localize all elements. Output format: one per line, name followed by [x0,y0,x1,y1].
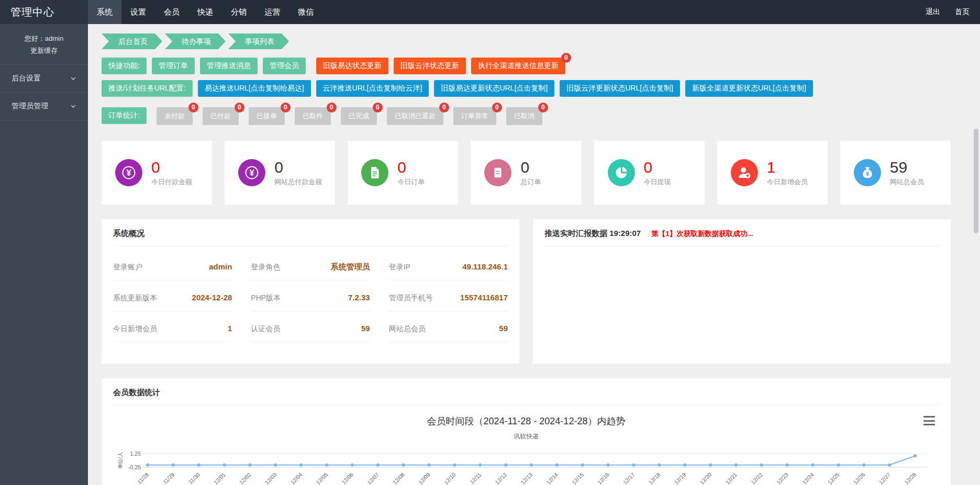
quick-action-button[interactable]: 管理会员 [263,58,306,74]
scrollbar-thumb[interactable] [974,129,978,233]
push-report-panel: 推送实时汇报数据 19:29:07 第【1】次获取新数据获取成功... [533,219,951,364]
overview-field: 认证会员 59 [251,311,370,342]
svg-text:12/23: 12/23 [775,471,789,485]
stat-card: ¥ 0 今日付款金额 [102,141,212,205]
system-overview-panel: 系统概况 登录账户 admin 登录角色 系统管理员 [102,219,519,364]
nav-item[interactable]: 系统 [88,0,121,24]
stat-card: ¥ 59 网站总会员 [840,141,951,205]
document-icon [361,159,388,186]
stat-cards: ¥ 0 今日付款金额 ¥ 0 网站总付款金额 [102,141,951,205]
status-update-label: 旧版云洋状态更新 [400,61,459,70]
svg-text:12/02: 12/02 [238,471,252,485]
order-status-label: 已付款 [210,112,231,120]
order-status-badge[interactable]: 未付款0 [157,107,193,125]
order-status-badge[interactable]: 已付款0 [203,107,239,125]
add-user-icon [731,159,758,186]
url-copy-button[interactable]: 易达推送URL[点击复制给易达] [198,80,311,97]
chart-subtitle: 讯软快递 [113,432,939,441]
order-status-badges: 未付款0已付款0已接单0已取件0已完成0已取消已退款0订单异常0已取消0 [157,107,542,125]
nav-item[interactable]: 会员 [155,0,188,24]
breadcrumb-item[interactable]: 后台首页 [102,33,162,49]
order-list-icon [484,159,511,186]
order-count-badge: 0 [327,103,337,112]
url-copy-button[interactable]: 云洋推送URL[点击复制给云洋] [316,80,429,97]
svg-text:12/14: 12/14 [545,471,559,485]
nav-item[interactable]: 运营 [255,0,289,24]
overview-field: 登录IP 49.118.246.1 [389,250,508,280]
order-status-label: 已取消已退款 [395,112,436,120]
sidebar: 您好：admin 更新缓存 后台设置 管理员管理 [0,24,88,485]
nav-item[interactable]: 快递 [188,0,222,24]
push-url-label: 推送/计划任务URL配置: [102,80,193,97]
order-count-badge: 0 [373,103,383,112]
url-copy-button[interactable]: 新版全渠道更新状态URL[点击复制] [685,80,813,97]
breadcrumb-item[interactable]: 待办事项 [165,33,226,49]
url-copy-button[interactable]: 旧版易达更新状态URL[点击复制] [434,80,554,97]
system-overview-grid: 登录账户 admin 登录角色 系统管理员 登录IP 49.118.246.1 [113,250,508,342]
top-navbar: 管理中心 系统设置会员快递分销运营微信 退出 首页 [0,0,980,24]
svg-text:¥: ¥ [866,171,870,177]
nav-item[interactable]: 分销 [222,0,255,24]
member-stats-title: 会员数据统计 [113,388,160,397]
overview-field-label: 登录角色 [251,263,280,272]
svg-text:12/13: 12/13 [519,471,533,485]
stat-card-body: 0 今日订单 [397,159,425,187]
sidebar-menu-item[interactable]: 管理员管理 [0,92,88,120]
svg-text:12/10: 12/10 [443,471,457,485]
money-bag-icon: ¥ [854,159,881,186]
yen-coin-icon: ¥ [115,159,142,186]
chart-menu-icon[interactable] [923,416,935,425]
order-status-badge[interactable]: 已接单0 [249,107,285,125]
svg-text:1.25: 1.25 [130,450,141,457]
svg-text:12/11: 12/11 [469,471,483,485]
quick-action-button[interactable]: 管理订单 [152,58,195,74]
svg-text:12/01: 12/01 [213,471,227,485]
svg-text:12/04: 12/04 [289,471,303,485]
status-update-button[interactable]: 执行全渠道推送信息更新0 [471,58,565,74]
quick-action-button[interactable]: 管理推送消息 [200,58,258,74]
order-status-badge[interactable]: 已取消已退款0 [387,107,443,125]
stat-card-body: 0 今日提现 [644,159,671,187]
status-update-button[interactable]: 旧版易达状态更新 [316,58,388,74]
main-content: 后台首页待办事项事项列表 快捷功能: 管理订单管理推送消息管理会员 旧版易达状态… [88,24,980,485]
stat-card-value: 0 [520,159,541,176]
svg-text:¥: ¥ [250,168,254,177]
refresh-cache-link[interactable]: 更新缓存 [0,44,88,57]
quick-actions-row: 快捷功能: 管理订单管理推送消息管理会员 旧版易达状态更新旧版云洋状态更新执行全… [102,58,951,74]
stat-card: ¥ 0 网站总付款金额 [225,141,335,205]
order-status-badge[interactable]: 已取消0 [506,107,542,125]
sidebar-menu-label: 管理员管理 [12,101,48,111]
info-panels: 系统概况 登录账户 admin 登录角色 系统管理员 [102,219,951,364]
logout-link[interactable]: 退出 [926,7,940,17]
status-update-buttons: 旧版易达状态更新旧版云洋状态更新执行全渠道推送信息更新0 [316,58,571,74]
home-link[interactable]: 首页 [955,7,970,17]
order-status-badge[interactable]: 已完成0 [341,107,377,125]
overview-field-label: 今日新增会员 [113,324,157,334]
order-status-badge[interactable]: 已取件0 [295,107,331,125]
svg-text:单位/人: 单位/人 [117,452,123,469]
order-status-label: 已完成 [349,112,369,120]
stat-card: 0 今日提现 [594,141,705,205]
nav-item[interactable]: 微信 [289,0,322,24]
member-stats-header: 会员数据统计 [113,388,939,405]
status-update-button[interactable]: 旧版云洋状态更新 [394,58,466,74]
stat-card-label: 网站总会员 [890,177,924,187]
breadcrumb-item[interactable]: 事项列表 [228,33,289,49]
chart-title: 会员时间段（2024-11-28 - 2024-12-28）内趋势 [113,415,939,427]
sidebar-menu-item[interactable]: 后台设置 [0,64,88,92]
quick-green-buttons: 管理订单管理推送消息管理会员 [152,58,311,74]
svg-text:12/28: 12/28 [903,471,917,485]
pie-chart-icon [608,159,635,186]
overview-field-value: 49.118.246.1 [462,262,508,271]
overview-field: 登录角色 系统管理员 [251,250,370,280]
stat-card-value: 0 [151,159,192,176]
overview-field-value: admin [209,262,232,271]
order-status-label: 已取件 [303,112,323,120]
nav-right: 退出 首页 [926,0,980,24]
order-status-badge[interactable]: 订单异常0 [453,107,496,125]
url-copy-button[interactable]: 旧版云洋更新状态URL[点击复制] [560,80,680,97]
nav-item[interactable]: 设置 [121,0,155,24]
order-count-badge: 0 [281,103,291,112]
svg-text:12/03: 12/03 [264,471,278,485]
overview-field-label: 登录账户 [113,263,142,272]
